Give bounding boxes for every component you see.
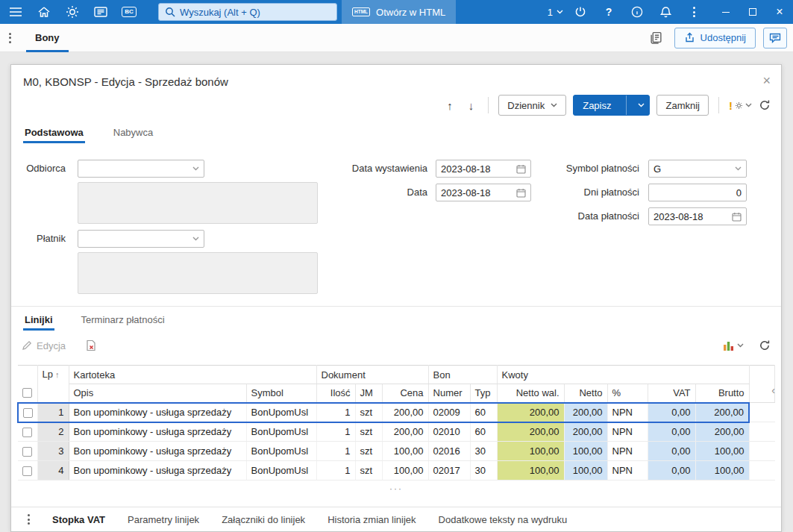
column-settings-button[interactable] — [723, 340, 744, 351]
tab-historia-zmian-linijek[interactable]: Historia zmian linijek — [327, 514, 416, 525]
column-header-vat[interactable]: VAT — [648, 384, 695, 403]
select-all-checkbox[interactable] — [22, 388, 32, 398]
home-button[interactable] — [34, 0, 54, 24]
edit-line-button[interactable]: Edycja — [22, 340, 66, 351]
data-platnosci-field[interactable] — [648, 207, 747, 225]
column-header-numer[interactable]: Numer — [428, 384, 470, 403]
cell-netto[interactable]: 100,00 — [564, 442, 607, 461]
cell-jm[interactable]: szt — [355, 422, 382, 442]
cell-ilosc[interactable]: 1 — [316, 422, 355, 442]
cell-netto-wal[interactable]: 200,00 — [497, 403, 564, 422]
calendar-icon[interactable] — [516, 164, 526, 174]
next-record-button[interactable]: ↓ — [464, 99, 479, 112]
cell-numer[interactable]: 02010 — [428, 422, 470, 442]
cell-procent[interactable]: NPN — [607, 422, 648, 442]
table-row[interactable]: 3 Bon upominkowy - usługa sprzedaży BonU… — [18, 442, 775, 461]
cell-cena[interactable]: 100,00 — [382, 442, 428, 461]
cell-symbol[interactable]: BonUpomUsl — [246, 403, 316, 422]
main-menu-button[interactable] — [6, 0, 25, 24]
dni-platnosci-field[interactable] — [648, 184, 747, 201]
open-in-html-button[interactable]: HTML Otwórz w HTML — [342, 0, 456, 24]
column-header-netto-wal[interactable]: Netto wal. — [497, 384, 564, 403]
notifications-button[interactable] — [656, 0, 675, 24]
cell-numer[interactable]: 02016 — [428, 442, 470, 461]
column-header-typ[interactable]: Typ — [470, 384, 497, 403]
refresh-button[interactable] — [759, 99, 771, 111]
cell-cena[interactable]: 100,00 — [382, 461, 428, 481]
tab-podstawowa[interactable]: Podstawowa — [25, 121, 84, 143]
group-header-kartoteka[interactable]: Kartoteka — [69, 366, 316, 384]
data-field[interactable] — [436, 184, 531, 201]
alerts-settings-button[interactable]: ! — [729, 99, 752, 112]
instance-counter-dropdown[interactable]: 1 — [548, 7, 563, 18]
bottom-tabs-kebab-icon[interactable] — [28, 514, 30, 525]
column-header-netto[interactable]: Netto — [564, 384, 607, 403]
dni-platnosci-input[interactable] — [653, 187, 742, 198]
collapse-right-panel-icon[interactable]: ‹ — [771, 384, 775, 396]
comments-button[interactable] — [763, 28, 787, 48]
cell-numer[interactable]: 02009 — [428, 403, 470, 422]
column-header-opis[interactable]: Opis — [69, 384, 246, 403]
tab-zalaczniki-do-linijek[interactable]: Załączniki do linijek — [222, 514, 305, 525]
cell-lp[interactable]: 4 — [37, 461, 69, 481]
global-search[interactable] — [158, 3, 337, 21]
refresh-lines-button[interactable] — [759, 339, 771, 351]
info-button[interactable] — [627, 0, 647, 24]
cell-brutto[interactable]: 200,00 — [695, 422, 749, 442]
cell-checkbox[interactable] — [18, 442, 37, 461]
search-input[interactable] — [180, 7, 330, 18]
modules-button[interactable] — [91, 0, 110, 24]
cell-opis[interactable]: Bon upominkowy - usługa sprzedaży — [69, 422, 246, 442]
column-header-jm[interactable]: JM — [355, 384, 382, 403]
table-row[interactable]: 4 Bon upominkowy - usługa sprzedaży BonU… — [18, 461, 775, 481]
cell-vat[interactable]: 0,00 — [648, 403, 695, 422]
column-header-symbol[interactable]: Symbol — [246, 384, 316, 403]
dialog-close-button[interactable]: × — [762, 74, 771, 87]
tab-options-kebab-icon[interactable] — [9, 33, 11, 43]
cell-ilosc[interactable]: 1 — [316, 461, 355, 481]
cell-procent[interactable]: NPN — [607, 403, 648, 422]
cell-lp[interactable]: 2 — [37, 422, 69, 442]
cell-netto-wal[interactable]: 100,00 — [497, 461, 564, 481]
cell-jm[interactable]: szt — [355, 442, 382, 461]
maximize-button[interactable] — [739, 0, 766, 24]
row-checkbox[interactable] — [23, 408, 33, 418]
row-checkbox[interactable] — [22, 466, 32, 476]
group-header-dokument[interactable]: Dokument — [316, 366, 428, 384]
cell-netto-wal[interactable]: 100,00 — [497, 442, 564, 461]
delete-line-button[interactable] — [85, 339, 97, 351]
group-header-bon[interactable]: Bon — [428, 366, 497, 384]
more-options-button[interactable] — [684, 0, 703, 24]
settings-button[interactable] — [63, 0, 82, 24]
cell-opis[interactable]: Bon upominkowy - usługa sprzedaży — [69, 442, 246, 461]
tab-parametry-linijek[interactable]: Parametry linijek — [128, 514, 199, 525]
cell-brutto[interactable]: 100,00 — [695, 442, 749, 461]
cell-checkbox[interactable] — [18, 461, 37, 481]
data-wystawienia-input[interactable] — [441, 163, 513, 175]
group-header-kwoty[interactable]: Kwoty — [497, 366, 749, 384]
symbol-platnosci-combobox[interactable]: G — [648, 160, 747, 178]
journal-dropdown[interactable]: Dziennik — [498, 95, 566, 116]
tab-stopka-vat[interactable]: Stopka VAT — [52, 514, 105, 525]
cell-procent[interactable]: NPN — [607, 461, 648, 481]
cell-brutto[interactable]: 100,00 — [695, 461, 749, 481]
cell-netto[interactable]: 100,00 — [564, 461, 607, 481]
cell-symbol[interactable]: BonUpomUsl — [246, 461, 316, 481]
cell-brutto[interactable]: 200,00 — [695, 403, 749, 422]
cell-lp[interactable]: 3 — [37, 442, 69, 461]
save-options-caret[interactable] — [633, 103, 649, 107]
calendar-icon[interactable] — [732, 212, 742, 222]
tab-bony[interactable]: Bony — [22, 24, 73, 52]
cell-opis[interactable]: Bon upominkowy - usługa sprzedaży — [69, 461, 246, 481]
cell-symbol[interactable]: BonUpomUsl — [246, 442, 316, 461]
cell-jm[interactable]: szt — [355, 461, 382, 481]
tab-terminarz-platnosci[interactable]: Terminarz płatności — [81, 308, 165, 331]
tab-dodatkowe-teksty[interactable]: Dodatkowe teksty na wydruku — [439, 514, 568, 525]
row-checkbox[interactable] — [22, 428, 32, 437]
table-row[interactable]: 2 Bon upominkowy - usługa sprzedaży BonU… — [18, 422, 775, 442]
cell-typ[interactable]: 30 — [470, 461, 497, 481]
cell-typ[interactable]: 30 — [470, 442, 497, 461]
cell-ilosc[interactable]: 1 — [316, 403, 355, 422]
cell-opis[interactable]: Bon upominkowy - usługa sprzedaży — [69, 403, 246, 422]
close-window-button[interactable]: × — [766, 0, 793, 24]
